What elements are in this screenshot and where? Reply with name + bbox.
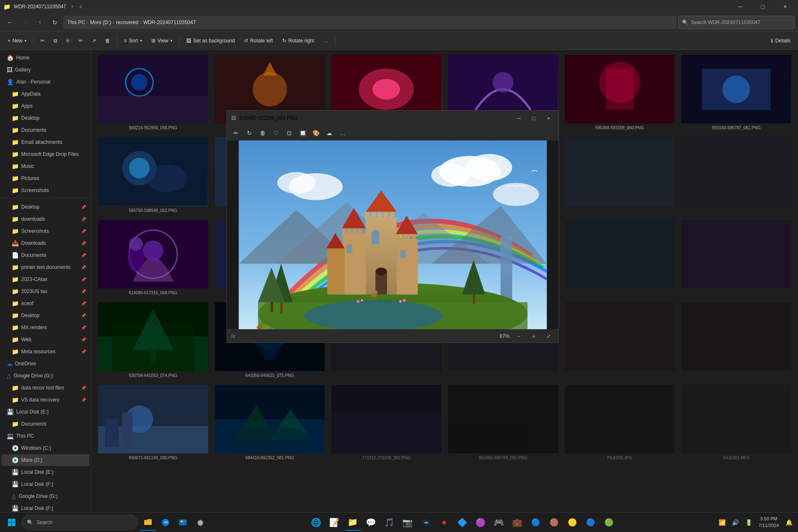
file-thumb[interactable]: [680, 218, 793, 297]
paste-button[interactable]: ⎘: [62, 34, 74, 47]
tray-battery-icon[interactable]: 🔋: [743, 517, 754, 528]
file-thumb[interactable]: [563, 135, 677, 214]
taskbar-edge[interactable]: [157, 514, 174, 531]
taskbar-center-10[interactable]: 🟣: [473, 514, 489, 531]
zoom-out-button[interactable]: −: [513, 330, 525, 342]
viewer-more-button[interactable]: …: [337, 127, 348, 139]
sidebar-item-apps[interactable]: 📁 Apps: [2, 100, 89, 112]
sidebar-item-downloads-pinned[interactable]: 📁 downloads 📌: [2, 213, 89, 225]
viewer-info-button[interactable]: 🔲: [297, 127, 308, 139]
breadcrumb[interactable]: This PC › More (D:) › recovered › WDR-20…: [63, 16, 677, 29]
taskbar-center-17[interactable]: 🟢: [601, 514, 617, 531]
file-thumb[interactable]: 590368-593159_060.PNG: [563, 53, 677, 132]
file-thumb[interactable]: 593160-595787_061.PNG: [680, 53, 793, 132]
taskbar-center-12[interactable]: 💼: [509, 514, 526, 531]
search-box[interactable]: 🔍 Search WDR-20240711035047: [678, 16, 795, 29]
maximize-button[interactable]: □: [753, 0, 772, 13]
share-button[interactable]: ↗: [88, 34, 100, 47]
sidebar-item-local-f[interactable]: 💾 Local Disk (F:): [2, 478, 89, 490]
sidebar-item-music[interactable]: 📁 Music: [2, 160, 89, 172]
file-thumb[interactable]: [680, 135, 793, 214]
system-clock[interactable]: 3:50 PM 7/11/2024: [756, 515, 781, 530]
new-button[interactable]: + New ▾: [3, 34, 31, 47]
sort-button[interactable]: ≡ Sort ▾: [120, 34, 146, 47]
delete-button[interactable]: 🗑: [101, 34, 114, 47]
more-options-button[interactable]: …: [319, 34, 332, 47]
breadcrumb-this-pc[interactable]: This PC: [67, 20, 85, 25]
taskbar-center-13[interactable]: 🔵: [527, 514, 544, 531]
sidebar-item-thispc[interactable]: 💻 This PC: [2, 430, 89, 442]
sidebar-item-desktop1[interactable]: 📁 Desktop: [2, 112, 89, 124]
back-button[interactable]: ←: [3, 16, 17, 29]
rotate-left-button[interactable]: ↺ Rotate left: [240, 34, 277, 47]
sidebar-item-more-d[interactable]: 💿 More (D:): [2, 454, 89, 466]
viewer-rotate-button[interactable]: ↻: [244, 127, 255, 139]
file-thumb[interactable]: 595792-598948_062.PNG: [96, 135, 210, 214]
viewer-delete-button[interactable]: 🗑: [257, 127, 268, 139]
rotate-right-button[interactable]: ↻ Rotate right: [278, 34, 318, 47]
taskbar-settings[interactable]: [192, 514, 209, 531]
notifications-icon[interactable]: 🔔: [783, 517, 795, 528]
view-button[interactable]: ⊞ View ▾: [147, 34, 177, 47]
file-thumb[interactable]: [680, 300, 793, 379]
sidebar-item-appdata[interactable]: 📁 AppData: [2, 88, 89, 100]
viewer-color-button[interactable]: 🎨: [310, 127, 322, 139]
file-thumb[interactable]: [563, 218, 677, 297]
set-background-button[interactable]: 🖼 Set as background: [182, 34, 239, 47]
taskbar-center-9[interactable]: 🔷: [454, 514, 471, 531]
sidebar-item-gdrive2[interactable]: △ Google Drive (G:): [2, 490, 89, 502]
viewer-favorite-button[interactable]: ♡: [270, 127, 282, 139]
sidebar-item-pictures[interactable]: 📁 Pictures: [2, 172, 89, 184]
taskbar-center-1[interactable]: 🌐: [308, 514, 325, 531]
taskbar-center-14[interactable]: 🟤: [546, 514, 562, 531]
sidebar-item-2023us[interactable]: 📁 2023US tax 📌: [2, 286, 89, 297]
sidebar-item-edge[interactable]: 📁 Microsoft Edge Drop Files: [2, 148, 89, 160]
taskbar-center-3[interactable]: 📁: [345, 514, 361, 531]
sidebar-item-vsdata[interactable]: 📁 VS data recovery 📌: [2, 394, 89, 406]
sidebar-item-locale[interactable]: 💾 Local Disk (E:): [2, 406, 89, 418]
copy-button[interactable]: ⧉: [49, 34, 62, 47]
file-thumb[interactable]: 684416-692352_081.PNG: [213, 383, 327, 462]
sidebar-item-local-e[interactable]: 💾 Local Disk (E:): [2, 466, 89, 478]
sidebar-item-aceof[interactable]: 📁 aceof 📌: [2, 298, 89, 309]
taskbar-file-explorer[interactable]: [140, 514, 156, 531]
viewer-edit-button[interactable]: ✏: [230, 127, 242, 139]
breadcrumb-folder[interactable]: WDR-20240711035047: [143, 20, 196, 25]
file-thumb[interactable]: 560216-562956_056.PNG: [96, 53, 210, 132]
tray-volume-icon[interactable]: 🔊: [729, 517, 741, 528]
file-thumb[interactable]: 802456-805769_083.PNG: [446, 383, 560, 462]
sidebar-item-home[interactable]: 🏠 Home: [2, 52, 89, 64]
viewer-cloud-button[interactable]: ☁: [323, 127, 335, 139]
rename-button[interactable]: ✏: [74, 34, 87, 47]
sidebar-item-gdrive[interactable]: △ Google Drive (G:): [2, 370, 89, 382]
sidebar-item-screenshots[interactable]: 📁 Screenshots: [2, 185, 89, 196]
sidebar-item-onedrive[interactable]: ☁ OneDrive: [2, 358, 89, 369]
tab-new-btn[interactable]: +: [79, 3, 82, 10]
taskbar-center-16[interactable]: 🔵: [582, 514, 599, 531]
taskbar-photos[interactable]: [175, 514, 191, 531]
breadcrumb-recovered[interactable]: recovered: [116, 20, 138, 25]
viewer-slideshow-icon[interactable]: ⊟: [231, 333, 235, 339]
viewer-crop-button[interactable]: ⊡: [283, 127, 295, 139]
file-thumb[interactable]: 650672-661190_080.PNG: [96, 383, 210, 462]
viewer-image-area[interactable]: [227, 140, 559, 329]
taskbar-center-11[interactable]: 🎮: [491, 514, 507, 531]
file-thumb[interactable]: FILE001.MP3: [680, 383, 793, 462]
file-thumb[interactable]: 614080-617315_068.PNG: [96, 218, 210, 297]
tray-network-icon[interactable]: 📶: [716, 517, 728, 528]
viewer-minimize-button[interactable]: ─: [513, 112, 525, 124]
file-thumb[interactable]: [563, 300, 677, 379]
cut-button[interactable]: ✂: [36, 34, 49, 47]
minimize-button[interactable]: ─: [731, 0, 750, 13]
taskbar-center-15[interactable]: 🟡: [564, 514, 581, 531]
viewer-maximize-button[interactable]: □: [528, 112, 539, 124]
sidebar-item-docs-local[interactable]: 📁 Documents: [2, 418, 89, 430]
taskbar-center-6[interactable]: 📷: [399, 514, 416, 531]
taskbar-center-8[interactable]: ●: [436, 514, 453, 531]
sidebar-item-documents2[interactable]: 📄 Documents 📌: [2, 249, 89, 261]
file-thumb[interactable]: 771512-775238_082.PNG: [330, 383, 443, 462]
sidebar-item-documents1[interactable]: 📁 Documents: [2, 124, 89, 136]
sidebar-item-meta[interactable]: 📁 Meta resources 📌: [2, 346, 89, 357]
close-button[interactable]: ×: [776, 0, 795, 13]
file-thumb[interactable]: 636704-641053_074.PNG: [96, 300, 210, 379]
